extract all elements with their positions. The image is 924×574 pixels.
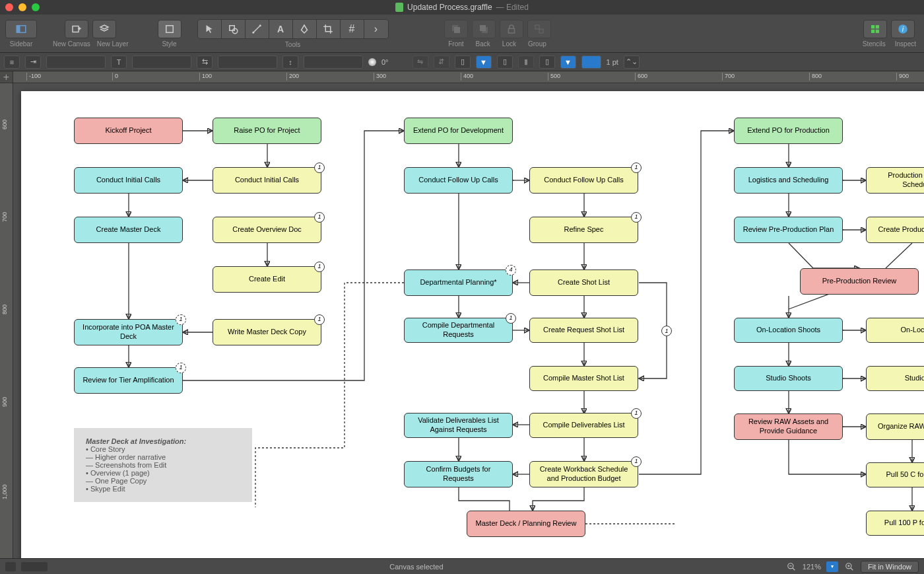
node-organize-raw[interactable]: Organize RAW Order Tran (866, 413, 924, 440)
text-tool-icon[interactable]: T (111, 55, 127, 69)
distribute-icon[interactable]: ⇥ (25, 55, 41, 69)
node-extend-po-prod[interactable]: Extend PO for Production (734, 118, 843, 144)
node-overview-doc[interactable]: Create Overview Doc1 (213, 217, 321, 243)
node-onlocation-b[interactable]: On-Location (866, 318, 924, 343)
node-kickoff[interactable]: Kickoff Project (74, 118, 183, 144)
node-shot-list[interactable]: Create Shot List (529, 269, 638, 296)
align-left-icon[interactable]: ≡ (4, 55, 20, 69)
pen-tool[interactable] (293, 20, 317, 38)
node-review-tier[interactable]: Review for Tier Amplification1 (74, 367, 183, 394)
shadow-icon[interactable]: ▮ (518, 55, 534, 69)
flip-h-icon[interactable]: ⇋ (412, 55, 428, 69)
new-canvas-button[interactable] (65, 20, 88, 38)
grid-tool[interactable]: # (341, 20, 364, 38)
node-workback[interactable]: Create Workback Schedule and Production … (529, 461, 638, 487)
node-extend-po-dev[interactable]: Extend PO for Development (404, 118, 513, 144)
line-height-select[interactable] (304, 55, 363, 69)
node-onlocation-a[interactable]: On-Location Shoots (734, 318, 843, 343)
window-title: Updated Process.graffle — Edited (395, 3, 529, 12)
node-compile-deliv[interactable]: Compile Deliverables List1 (529, 413, 638, 438)
node-confirm-budgets[interactable]: Confirm Budgets for Requests (404, 461, 513, 487)
font-family-select[interactable] (46, 55, 106, 69)
node-incorporate-poa[interactable]: Incorporate into POA Master Deck1 (74, 319, 183, 345)
svg-rect-9 (454, 27, 460, 33)
node-preprod-review[interactable]: Pre-Production Review (800, 268, 919, 295)
shape-tool[interactable] (222, 20, 246, 38)
badge-icon: 1 (506, 313, 516, 324)
note-box[interactable]: Master Deck at Investigation: • Core Sto… (74, 428, 252, 502)
node-master-deck[interactable]: Create Master Deck (74, 217, 183, 243)
note-title: Master Deck at Investigation: (86, 437, 186, 445)
node-raise-po[interactable]: Raise PO for Project (213, 118, 321, 144)
style-button[interactable] (158, 20, 182, 38)
node-prod-logistics[interactable]: Production Logistics Scheduling (866, 167, 924, 194)
node-followup-b[interactable]: Conduct Follow Up Calls1 (529, 167, 638, 194)
group-button[interactable] (527, 20, 551, 38)
node-followup-a[interactable]: Conduct Follow Up Calls (404, 167, 513, 194)
stroke-stepper[interactable]: ⌃⌄ (624, 55, 640, 69)
line-height-icon[interactable]: ↕ (282, 55, 298, 69)
canvas[interactable]: Kickoff Project Raise PO for Project Con… (21, 91, 924, 558)
stroke-pos-icon[interactable]: ▯ (539, 55, 555, 69)
node-initial-calls-b[interactable]: Conduct Initial Calls1 (213, 167, 321, 194)
select-tool[interactable] (198, 20, 222, 38)
node-request-shot-list[interactable]: Create Request Shot List (529, 318, 638, 343)
node-create-prod-review[interactable]: Create Production Review (866, 217, 924, 243)
ruler-tick: 1,000 (1, 484, 8, 499)
status-handle-icon[interactable] (5, 562, 16, 571)
ruler-vertical[interactable]: 600 700 800 900 1,000 (0, 83, 13, 558)
inspect-button[interactable]: i (891, 20, 915, 38)
fill-solid-select[interactable]: ▼ (476, 55, 492, 69)
new-layer-button[interactable] (92, 20, 116, 38)
sidebar-button[interactable] (5, 20, 37, 38)
ruler-horizontal[interactable]: -100 0 100 200 300 400 500 600 700 800 9… (13, 71, 924, 83)
spacing-select[interactable] (218, 55, 277, 69)
node-pull-50[interactable]: Pull 50 C for Conside (866, 462, 924, 487)
node-compile-requests[interactable]: Compile Departmental Requests1 (404, 318, 513, 343)
new-layer-label: New Layer (97, 40, 129, 48)
node-review-preprod[interactable]: Review Pre-Production Plan (734, 217, 843, 243)
status-pages-icon[interactable] (21, 562, 48, 571)
node-review-raw[interactable]: Review RAW Assets and Provide Guidance (734, 413, 843, 440)
font-size-select[interactable] (132, 55, 191, 69)
ruler-tick: 100 (199, 73, 212, 81)
fit-window-button[interactable]: Fit in Window (861, 561, 919, 573)
node-refine-spec[interactable]: Refine Spec1 (529, 217, 638, 243)
zoom-out-button[interactable] (785, 561, 797, 572)
node-pull-100[interactable]: Pull 100 P for Conside (866, 511, 924, 536)
line-tool[interactable] (246, 20, 269, 38)
front-button[interactable] (444, 20, 468, 38)
more-tools[interactable]: › (364, 20, 388, 38)
zoom-menu[interactable]: ▾ (826, 561, 838, 572)
node-write-copy[interactable]: Write Master Deck Copy1 (213, 319, 321, 345)
stroke-weight: 1 pt (607, 58, 618, 66)
flip-v-icon[interactable]: ⇵ (434, 55, 449, 69)
zoom-icon[interactable] (32, 3, 40, 11)
canvas-viewport[interactable]: Kickoff Project Raise PO for Project Con… (13, 83, 924, 558)
node-create-edit[interactable]: Create Edit1 (213, 266, 321, 293)
minimize-icon[interactable] (18, 3, 26, 11)
shadow-none-icon[interactable]: ▯ (497, 55, 513, 69)
stencils-button[interactable] (863, 20, 887, 38)
node-dept-planning[interactable]: Departmental Planning*4 (404, 269, 513, 296)
lock-button[interactable] (500, 20, 523, 38)
color-well[interactable] (368, 58, 376, 66)
node-studio-a[interactable]: Studio Shoots (734, 366, 843, 391)
node-initial-calls-a[interactable]: Conduct Initial Calls (74, 167, 183, 194)
node-master-shot-list[interactable]: Compile Master Shot List (529, 366, 638, 391)
spacing-icon[interactable]: ⇆ (197, 55, 213, 69)
document-icon (395, 3, 403, 12)
stroke-style-select[interactable] (581, 55, 601, 69)
fill-none-icon[interactable]: ▯ (455, 55, 471, 69)
node-logistics[interactable]: Logistics and Scheduling (734, 167, 843, 194)
zoom-in-button[interactable] (843, 561, 855, 572)
node-planning-review[interactable]: Master Deck / Planning Review (467, 511, 585, 537)
ruler-tick: 900 (896, 73, 909, 81)
back-button[interactable] (472, 20, 496, 38)
crop-tool[interactable] (317, 20, 341, 38)
text-tool[interactable]: A (269, 20, 293, 38)
node-studio-b[interactable]: Studio Sh (866, 366, 924, 391)
stroke-color-select[interactable]: ▼ (560, 55, 576, 69)
close-icon[interactable] (5, 3, 13, 11)
node-validate-deliv[interactable]: Validate Deliverables List Against Reque… (404, 413, 513, 438)
